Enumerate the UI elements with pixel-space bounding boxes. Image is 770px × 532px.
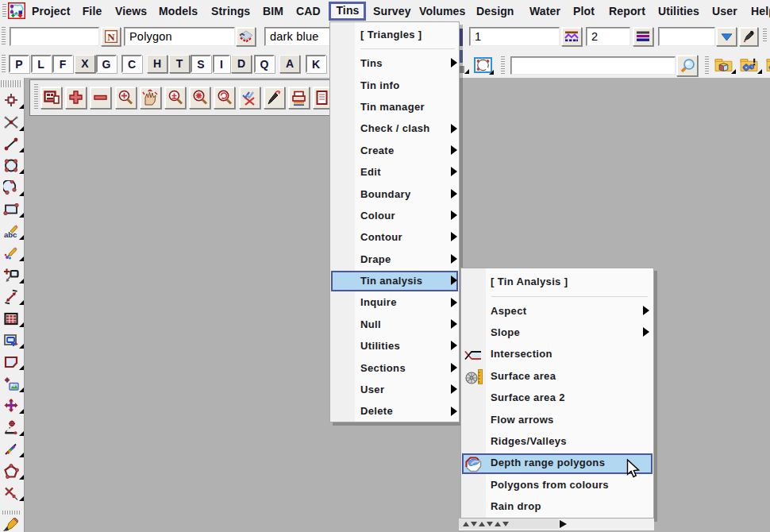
svg-text:abc: abc xyxy=(4,230,17,239)
svg-text:N: N xyxy=(107,31,115,43)
